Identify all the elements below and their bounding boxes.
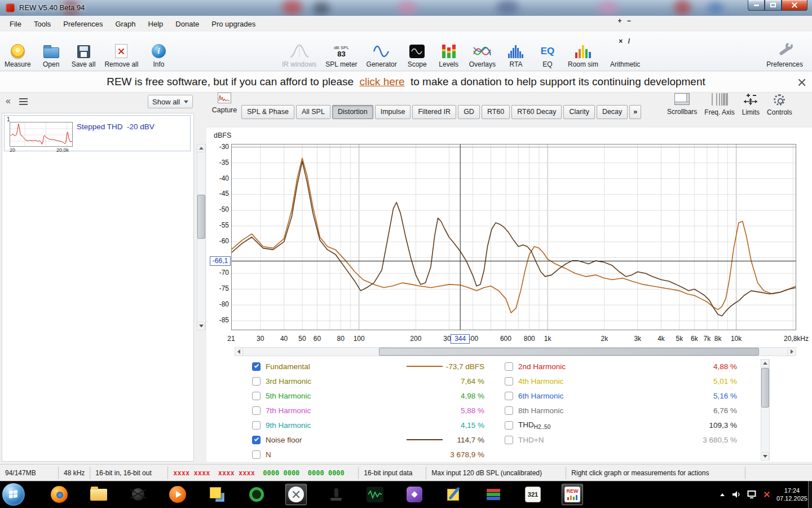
taskbar-books-app[interactable]: [483, 484, 504, 505]
taskbar-snipping-tool[interactable]: [285, 484, 307, 505]
capture-button[interactable]: Capture: [210, 93, 239, 114]
menu-tools[interactable]: Tools: [28, 17, 57, 31]
y-axis-tick: -50: [206, 205, 229, 213]
taskbar-audio-device-app[interactable]: [325, 484, 346, 505]
taskbar-notes-pencil-app[interactable]: [443, 484, 465, 505]
taskbar-sticky-notes[interactable]: [206, 484, 228, 505]
fundamental-checkbox[interactable]: [252, 362, 261, 371]
banner-close-icon[interactable]: [798, 78, 805, 86]
taskbar-clock[interactable]: 17:24 07.12.2025: [776, 487, 807, 502]
thd-n-checkbox[interactable]: [505, 436, 513, 444]
7th-harmonic-checkbox[interactable]: [252, 406, 261, 415]
show-desktop-button[interactable]: [808, 481, 812, 508]
distortion-plot[interactable]: [231, 144, 796, 330]
freq-axis-button[interactable]: Freq. Axis: [704, 93, 734, 116]
remove-all-button[interactable]: Remove all: [104, 44, 138, 68]
8th-harmonic-checkbox[interactable]: [505, 406, 513, 415]
legend-scrollbar-thumb[interactable]: [761, 368, 769, 408]
taskbar-rew-button[interactable]: REW: [562, 484, 583, 505]
taskbar-green-target-app[interactable]: [246, 484, 267, 505]
arithmetic-icon: + − × /: [607, 4, 643, 58]
tab-spl-phase[interactable]: SPL & Phase: [241, 105, 294, 119]
volume-icon[interactable]: [731, 490, 740, 499]
room-sim-button[interactable]: Room sim: [568, 45, 598, 68]
tray-error-icon[interactable]: [764, 492, 770, 497]
tab-clarity[interactable]: Clarity: [563, 105, 594, 119]
taskbar-waveform-app[interactable]: [364, 484, 386, 505]
legend-scroll-down-button[interactable]: [761, 452, 769, 461]
panel-scrollbar-thumb[interactable]: [197, 195, 205, 239]
tab-rt60-decay[interactable]: RT60 Decay: [511, 105, 562, 119]
rta-button[interactable]: RTA: [505, 44, 527, 68]
show-all-dropdown[interactable]: Show all: [148, 95, 193, 108]
n-checkbox[interactable]: [252, 450, 261, 459]
panel-scroll-down-button[interactable]: [197, 322, 205, 330]
scrollbars-button[interactable]: Scrollbars: [667, 93, 697, 116]
controls-button[interactable]: Controls: [767, 93, 792, 116]
ir-windows-button[interactable]: IR windows: [282, 43, 316, 68]
wallpaper-blob: [674, 0, 691, 15]
tab-decay[interactable]: Decay: [597, 105, 628, 119]
thd-checkbox[interactable]: [505, 421, 513, 430]
tab-all-spl[interactable]: All SPL: [296, 105, 330, 119]
arithmetic-button[interactable]: + − × / Arithmetic: [607, 4, 643, 68]
save-all-button[interactable]: Save all: [72, 45, 96, 68]
3rd-harmonic-checkbox[interactable]: [252, 377, 261, 386]
scope-button[interactable]: Scope: [406, 45, 429, 68]
overlays-button[interactable]: Overlays: [469, 44, 496, 68]
generator-button[interactable]: Generator: [367, 44, 397, 68]
measurement-thumbnail: [10, 122, 73, 147]
graph-scroll-right-button[interactable]: [788, 347, 796, 356]
4th-harmonic-checkbox[interactable]: [505, 377, 513, 386]
preferences-button[interactable]: Preferences: [766, 42, 803, 68]
close-button[interactable]: [782, 0, 807, 11]
6th-harmonic-checkbox[interactable]: [505, 392, 513, 400]
tab-gd[interactable]: GD: [458, 105, 480, 119]
info-button[interactable]: Info: [147, 44, 170, 68]
9th-harmonic-checkbox[interactable]: [252, 421, 261, 430]
open-button[interactable]: Open: [40, 44, 63, 68]
measure-button[interactable]: Measure: [5, 44, 31, 68]
tabs-overflow-button[interactable]: »: [629, 105, 641, 119]
taskbar-media-player[interactable]: [167, 484, 188, 505]
menu-file[interactable]: File: [3, 17, 28, 31]
panel-scroll-up-button[interactable]: [197, 144, 205, 152]
graph-tabs: SPL & Phase All SPL Distortion Impulse F…: [241, 105, 641, 119]
tab-filtered-ir[interactable]: Filtered IR: [412, 105, 456, 119]
tab-impulse[interactable]: Impulse: [375, 105, 411, 119]
legend-scroll-up-button[interactable]: [761, 359, 769, 367]
eq-button[interactable]: EQ EQ: [536, 45, 559, 68]
limits-button[interactable]: Limits: [742, 93, 760, 116]
menu-help[interactable]: Help: [142, 17, 170, 31]
taskbar-spider-app[interactable]: [127, 484, 149, 505]
noise-floor-checkbox[interactable]: [252, 436, 261, 444]
taskbar-purple-app[interactable]: [404, 484, 425, 505]
network-display-icon[interactable]: [747, 490, 757, 499]
5th-harmonic-checkbox[interactable]: [252, 392, 261, 400]
taskbar-firefox[interactable]: [48, 484, 70, 505]
collapse-panel-button[interactable]: «: [6, 96, 11, 106]
menu-preferences[interactable]: Preferences: [57, 17, 109, 31]
menu-graph[interactable]: Graph: [109, 17, 142, 31]
info-icon: [152, 44, 166, 58]
taskbar-explorer[interactable]: [88, 484, 109, 505]
measurement-menu-icon[interactable]: [19, 98, 28, 107]
menu-pro-upgrades[interactable]: Pro upgrades: [205, 17, 262, 31]
menu-donate[interactable]: Donate: [169, 17, 205, 31]
maximize-button[interactable]: [765, 0, 782, 11]
taskbar-321-app[interactable]: 321: [522, 484, 544, 505]
measurement-item[interactable]: 1 20 20,0k Stepped THD -20 dBV: [4, 115, 191, 151]
graph-scroll-left-button[interactable]: [235, 347, 243, 356]
measurements-panel: 1 20 20,0k Stepped THD -20 dBV: [2, 113, 194, 462]
tab-rt60[interactable]: RT60: [482, 105, 510, 119]
tab-distortion[interactable]: Distortion: [332, 105, 373, 119]
minimize-button[interactable]: [748, 0, 765, 11]
donate-link[interactable]: click here: [359, 76, 404, 88]
start-button[interactable]: [2, 483, 25, 506]
graph-scrollbar-thumb[interactable]: [379, 348, 759, 356]
levels-button[interactable]: Levels: [438, 44, 460, 68]
spl-meter-button[interactable]: dB SPL 83 SPL meter: [325, 45, 357, 68]
tray-show-hidden-icons[interactable]: [720, 493, 725, 496]
x-axis-tick: 21: [215, 335, 247, 343]
2nd-harmonic-checkbox[interactable]: [505, 362, 513, 371]
